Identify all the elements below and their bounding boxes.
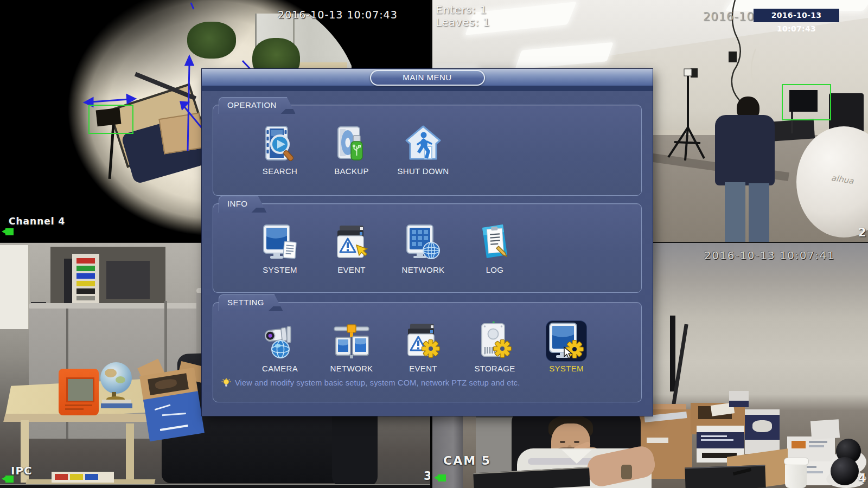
menu-item-label: EVENT [337,265,366,274]
retro-computer [59,369,99,415]
dialog-titlebar: MAIN MENU [202,69,653,86]
menu-item-event-setting[interactable]: EVENT [387,321,459,373]
person-jeans [749,183,769,242]
menu-item-label: SYSTEM [549,364,583,373]
table-leg [126,423,134,483]
section-info: INFO SYSTEM [213,203,642,293]
menu-item-label: LOG [486,265,504,274]
menu-item-camera-setting[interactable]: CAMERA [244,321,316,373]
menu-item-shutdown[interactable]: SHUT DOWN [387,124,459,176]
channel-number: 4 [858,472,866,485]
person-jeans [725,182,745,242]
overlay-timestamp-box: 2016-10-13 10:07:43 [754,9,839,22]
menu-item-label: SHUT DOWN [398,166,449,176]
storage-setting-icon [475,321,515,361]
tip-bulb-icon [221,378,231,388]
section-label-info: INFO [219,196,266,213]
spectra-box [139,368,205,441]
nvr-product-box [745,409,780,454]
section-label-operation: OPERATION [219,97,296,114]
motion-detection-box [88,105,133,134]
menu-item-storage-setting[interactable]: STORAGE [459,321,531,373]
globe [100,362,132,394]
coffee-cup [785,461,807,488]
menu-item-label: SEARCH [263,166,297,176]
dome-camera [831,457,859,485]
leaves-counter-osd: Leaves: 1 [436,16,490,29]
retro-computer-screen [66,377,94,402]
channel-number: 2 [858,226,866,239]
hint-text: View and modify system basic setup, syst… [235,378,520,387]
menu-item-label: SYSTEM [263,265,297,274]
channel-name-osd: CAM 5 [443,454,491,467]
dialog-body: OPERATION SEARCH [202,105,653,402]
main-menu-dialog: MAIN MENU OPERATION [202,69,653,416]
person-hoodie [715,115,775,185]
backup-icon [331,124,372,164]
test-chart [72,254,99,305]
camera-setting-icon [260,321,300,361]
camera-osd-timestamp-partial: 2016-10 [703,10,755,23]
enters-counter-osd: Enters: 1 [436,3,487,16]
letterbox-strip [0,484,431,488]
menu-item-log[interactable]: LOG [459,222,531,274]
spectra-box-front [143,391,205,441]
hint-row: View and modify system basic setup, syst… [221,378,641,388]
recording-icon [438,474,446,481]
recording-icon [5,476,14,483]
face-detection-box [782,84,831,120]
section-setting: SETTING [213,302,642,402]
event-setting-icon [403,321,443,361]
small-product-box [729,391,749,407]
menu-item-label: BACKUP [334,166,369,176]
nvr-live-view: 2016-10-13 10:07:43 Channel 4 [0,0,868,488]
timestamp-osd: 2016-10-13 10:07:41 [704,249,835,262]
wrist-watch [621,465,632,479]
books [101,403,132,408]
menu-item-label: NETWORK [402,265,445,274]
whiteboard [0,245,30,329]
network-setting-icon [331,321,372,361]
channel-name-osd: Channel 4 [9,216,65,227]
titlebar-shadow-band [202,86,653,91]
books [102,400,131,403]
menu-item-search[interactable]: SEARCH [244,124,316,176]
network-info-icon [403,222,443,262]
section-label-setting: SETTING [219,294,283,311]
menu-item-system-info[interactable]: SYSTEM [244,222,316,274]
cubicle-monitor [106,261,150,299]
timestamp-osd: 2016-10-13 10:07:43 [278,9,398,21]
event-info-icon [331,222,372,262]
recording-icon [5,228,14,235]
menu-item-network-setting[interactable]: NETWORK [316,321,387,373]
system-info-icon [260,222,300,262]
menu-item-label: EVENT [409,364,437,373]
magazine [52,472,114,483]
menu-item-event-info[interactable]: EVENT [316,222,387,274]
search-icon [260,124,300,164]
menu-item-label: STORAGE [474,364,515,373]
menu-item-label: CAMERA [262,364,298,373]
mouse-cursor [563,346,573,359]
menu-item-label: NETWORK [330,364,373,373]
leaning-pole [670,316,675,391]
section-operation: OPERATION SEARCH [213,105,642,196]
menu-item-network-info[interactable]: NETWORK [387,222,459,274]
channel-name-osd: IPC [11,464,33,477]
menu-item-backup[interactable]: BACKUP [316,124,387,176]
laptop-on-desk [685,465,765,488]
small-white-box [810,419,840,440]
shutdown-icon [403,124,443,164]
dialog-title: MAIN MENU [370,70,485,86]
log-icon [475,222,515,262]
